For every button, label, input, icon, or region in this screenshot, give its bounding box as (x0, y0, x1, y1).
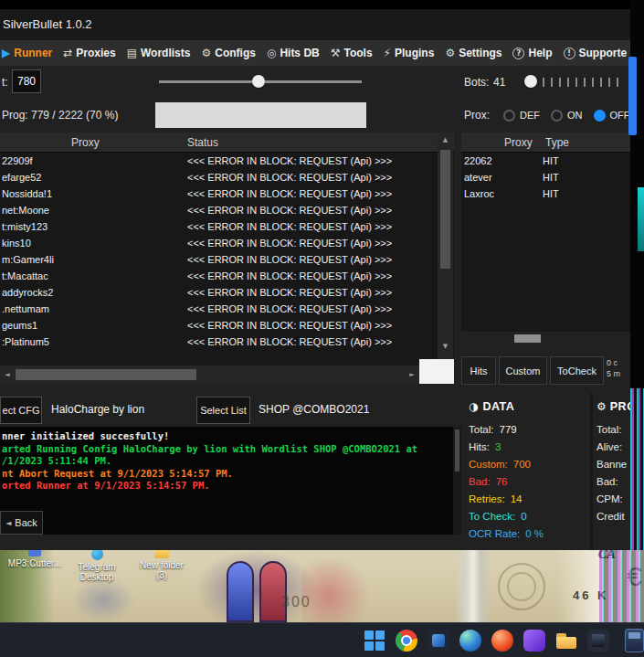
tab-hits[interactable]: Hits (461, 356, 496, 385)
nav-item-supporter[interactable]: ! Supporte (564, 47, 628, 59)
table-row[interactable]: ateverHIT (461, 169, 630, 185)
table-row[interactable]: Nossidda!1<<< ERROR IN BLOCK: REQUEST (A… (0, 185, 437, 202)
scroll-up-button[interactable]: ▲ (438, 132, 453, 146)
table-row[interactable]: addyrocks2<<< ERROR IN BLOCK: REQUEST (A… (0, 284, 437, 301)
proxy-mode-on[interactable]: ON (551, 110, 583, 122)
row-type: HIT (543, 172, 559, 183)
scrollbar-thumb[interactable] (16, 369, 196, 380)
banknote-security-strip (455, 550, 491, 622)
row-data: geums1 (0, 320, 187, 331)
row-data: Laxroc (461, 188, 543, 199)
stat-label: OCR Rate: (469, 528, 520, 539)
table-row[interactable]: .nettumam<<< ERROR IN BLOCK: REQUEST (Ap… (0, 301, 437, 317)
proxies-icon: ⚙ (596, 400, 607, 413)
radio-label: ON (567, 110, 583, 121)
window-app-icon[interactable] (625, 629, 644, 652)
progress-text: Prog: 779 / 2222 (70 %) (2, 109, 118, 122)
screen: 300 46 K CA € MP3:Cutter... Telegram Des… (0, 0, 644, 657)
table-row[interactable]: LaxrocHIT (461, 185, 630, 202)
table-row[interactable]: kins10<<< ERROR IN BLOCK: REQUEST (Api) … (0, 235, 437, 251)
orange-browser-icon[interactable] (491, 630, 513, 652)
glitch-stripes (630, 388, 644, 550)
horizontal-scrollbar[interactable]: ◄ ► (0, 366, 419, 384)
row-status: <<< ERROR IN BLOCK: REQUEST (Api) >>> (187, 188, 437, 199)
desktop-icon-mp3cutter[interactable]: MP3:Cutter... (2, 550, 68, 568)
table-row[interactable]: t:misty123<<< ERROR IN BLOCK: REQUEST (A… (0, 218, 437, 235)
select-list-button[interactable]: Select List (196, 397, 250, 424)
select-cfg-button[interactable]: ect CFG (0, 397, 42, 424)
desktop-icon-telegram[interactable]: Telegram Desktop (71, 550, 122, 582)
horizontal-scrollbar[interactable] (461, 332, 630, 345)
file-explorer-icon[interactable] (555, 630, 577, 652)
row-type: HIT (543, 188, 559, 199)
bots-fine-slider[interactable] (519, 69, 627, 93)
proxy-mode-off[interactable]: OFF (594, 110, 630, 122)
radio-circle (551, 110, 563, 122)
nav-item-proxies[interactable]: ⇄ Proxies (63, 47, 115, 59)
nav-item-tools[interactable]: ⚒ Tools (331, 47, 373, 59)
slider-thumb[interactable] (524, 75, 537, 88)
runner-log: nner initialized succesfully! arted Runn… (0, 427, 453, 535)
start-button[interactable] (364, 630, 385, 652)
nav-item-hits-db[interactable]: ◎ Hits DB (267, 47, 320, 59)
table-row[interactable]: net:Moone<<< ERROR IN BLOCK: REQUEST (Ap… (0, 202, 437, 218)
scrollbar-thumb[interactable] (455, 429, 459, 472)
data-panel-title: DATA (482, 400, 514, 413)
row-status: <<< ERROR IN BLOCK: REQUEST (Api) >>> (187, 221, 437, 232)
slider-thumb[interactable] (252, 75, 265, 88)
stat-hits: Hits:3 (469, 438, 544, 455)
nav-item-wordlists[interactable]: ▤ Wordlists (127, 47, 191, 59)
dark-blue-app-icon[interactable] (428, 630, 449, 652)
log-line: /1/2023 5:11:44 PM. (2, 455, 453, 468)
table-row[interactable]: t:Macattac<<< ERROR IN BLOCK: REQUEST (A… (0, 268, 437, 284)
hits-db-icon: ◎ (267, 47, 276, 59)
stat-value: 76 (496, 476, 508, 487)
back-button[interactable]: ◄ Back (0, 511, 43, 535)
dark-app-icon[interactable] (587, 630, 609, 652)
bots-slider[interactable] (155, 69, 365, 93)
results-rows: 22909f<<< ERROR IN BLOCK: REQUEST (Api) … (0, 153, 437, 366)
row-status: <<< ERROR IN BLOCK: REQUEST (Api) >>> (187, 320, 437, 331)
desktop-icon-new-folder[interactable]: New folder (3) (135, 550, 188, 580)
scroll-right-button[interactable]: ► (405, 366, 419, 384)
column-status: Status (187, 136, 218, 149)
table-row[interactable]: 22062HIT (461, 153, 630, 169)
radio-circle-selected (594, 110, 606, 122)
nav-item-help[interactable]: ? Help (512, 47, 552, 59)
slider-ticks (543, 78, 621, 87)
tab-custom[interactable]: Custom (499, 356, 547, 385)
table-row[interactable]: 22909f<<< ERROR IN BLOCK: REQUEST (Api) … (0, 153, 437, 169)
row-data: m:Gamer4li (0, 254, 187, 265)
scroll-down-button[interactable]: ▼ (438, 339, 453, 353)
proxy-mode-def[interactable]: DEF (503, 110, 540, 122)
nav-label: Tools (343, 47, 372, 59)
nav-label: Plugins (395, 47, 434, 59)
row-data: kins10 (0, 238, 187, 249)
nav-item-runner[interactable]: ▶ Runner (2, 47, 52, 59)
table-row[interactable]: efarge52<<< ERROR IN BLOCK: REQUEST (Api… (0, 169, 437, 185)
stat-custom: Custom:700 (469, 455, 544, 472)
vertical-scrollbar[interactable]: ▲ ▼ (438, 132, 453, 364)
scroll-left-button[interactable]: ◄ (0, 366, 15, 384)
tools-icon: ⚒ (331, 47, 341, 59)
row-status: <<< ERROR IN BLOCK: REQUEST (Api) >>> (187, 254, 437, 265)
table-row[interactable]: :Platinum5<<< ERROR IN BLOCK: REQUEST (A… (0, 334, 437, 350)
log-scrollbar[interactable] (453, 427, 461, 535)
banknote-guilloche-ring (498, 563, 545, 610)
edge-icon[interactable] (459, 630, 481, 652)
nav-label: Runner (14, 47, 52, 59)
stat-label: Bad: (596, 472, 627, 490)
scrollbar-thumb[interactable] (514, 334, 541, 343)
tab-tocheck[interactable]: ToCheck (550, 356, 604, 385)
bots-count-input[interactable]: 780 (12, 69, 41, 93)
scrollbar-thumb[interactable] (440, 150, 450, 269)
table-row[interactable]: geums1<<< ERROR IN BLOCK: REQUEST (Api) … (0, 317, 437, 334)
progress-bar (155, 102, 366, 128)
purple-app-icon[interactable] (523, 630, 545, 652)
nav-item-plugins[interactable]: ⚡ Plugins (384, 47, 435, 59)
chrome-icon[interactable] (396, 630, 417, 652)
stat-label: CPM: (596, 490, 627, 507)
table-row[interactable]: m:Gamer4li<<< ERROR IN BLOCK: REQUEST (A… (0, 251, 437, 268)
nav-item-configs[interactable]: ⚙ Configs (201, 47, 255, 59)
nav-item-settings[interactable]: ⚙ Settings (445, 47, 501, 59)
